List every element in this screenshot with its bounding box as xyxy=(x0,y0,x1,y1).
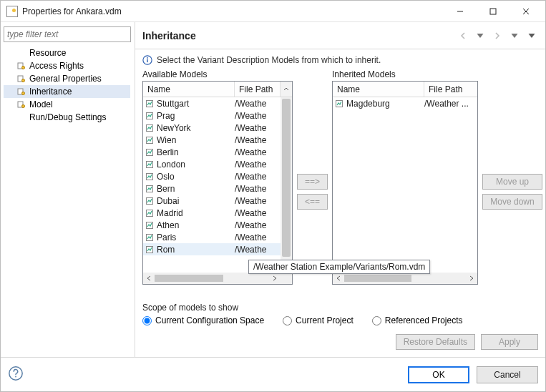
row-path: /Weathe xyxy=(235,99,281,109)
scope-radio-2[interactable]: Referenced Projects xyxy=(372,315,463,325)
model-icon xyxy=(143,197,156,205)
row-name: Stuttgart xyxy=(156,99,235,109)
svg-point-4 xyxy=(22,79,25,82)
row-path: /Weathe xyxy=(235,232,281,242)
table-row[interactable]: Rom/Weathe xyxy=(143,243,281,255)
scope-radio-0[interactable]: Current Configuration Space xyxy=(142,315,264,325)
sidebar-item-resource[interactable]: Resource xyxy=(4,46,130,59)
available-vscroll[interactable] xyxy=(281,97,292,273)
help-button[interactable] xyxy=(8,366,24,383)
model-icon xyxy=(143,209,156,217)
nav-back-button[interactable] xyxy=(457,29,469,42)
model-icon xyxy=(143,185,156,193)
cancel-button[interactable]: Cancel xyxy=(477,366,538,383)
config-icon xyxy=(16,61,26,71)
sidebar: ResourceAccess RightsGeneral PropertiesI… xyxy=(1,22,135,357)
config-icon xyxy=(16,99,26,109)
row-name: Athen xyxy=(156,220,235,230)
ok-button[interactable]: OK xyxy=(408,366,469,383)
hscroll-left-icon[interactable] xyxy=(143,273,155,284)
model-icon xyxy=(143,245,156,254)
table-row[interactable]: Magdeburg/Weather ... xyxy=(333,97,477,109)
sidebar-item-inheritance[interactable]: Inheritance xyxy=(4,85,130,98)
available-header-name[interactable]: Name xyxy=(143,82,235,97)
restore-defaults-button[interactable]: Restore Defaults xyxy=(396,334,475,350)
inherited-title: Inherited Models xyxy=(332,69,478,79)
radio-input[interactable] xyxy=(372,316,381,325)
titlebar: Properties for Ankara.vdm xyxy=(1,1,545,22)
window-icon xyxy=(6,6,18,17)
sidebar-item-general-properties[interactable]: General Properties xyxy=(4,72,130,85)
table-row[interactable]: Wien/Weathe xyxy=(143,134,281,146)
filter-input[interactable] xyxy=(4,26,131,42)
available-header-path[interactable]: File Path xyxy=(235,82,281,97)
table-row[interactable]: Oslo/Weathe xyxy=(143,170,281,182)
table-row[interactable]: Prag/Weathe xyxy=(143,109,281,122)
add-button[interactable]: ==> xyxy=(297,174,328,190)
available-hscroll[interactable] xyxy=(143,273,281,284)
move-down-button[interactable]: Move down xyxy=(482,194,542,210)
row-name: Wien xyxy=(156,135,235,145)
sidebar-item-model[interactable]: Model xyxy=(4,98,130,111)
info-icon xyxy=(142,55,152,65)
remove-button[interactable]: <== xyxy=(297,194,328,210)
inherited-header-name[interactable]: Name xyxy=(333,82,424,97)
radio-label: Current Project xyxy=(296,315,354,325)
sidebar-item-run-debug-settings[interactable]: Run/Debug Settings xyxy=(4,111,130,124)
row-path: /Weathe xyxy=(235,111,281,121)
radio-input[interactable] xyxy=(142,316,152,325)
apply-button[interactable]: Apply xyxy=(481,334,538,350)
table-row[interactable]: Stuttgart/Weathe xyxy=(143,97,281,109)
inherited-list[interactable]: Name File Path Magdeburg/Weather ... xyxy=(332,81,478,285)
table-row[interactable]: Athen/Weathe xyxy=(143,219,281,231)
model-icon xyxy=(143,172,156,181)
move-up-button[interactable]: Move up xyxy=(482,174,542,190)
radio-input[interactable] xyxy=(283,316,292,325)
row-name: Berlin xyxy=(156,147,235,157)
radio-label: Current Configuration Space xyxy=(155,315,264,325)
row-path: /Weather ... xyxy=(424,99,477,109)
hscroll-right-icon[interactable] xyxy=(269,273,281,284)
nav-forward-button[interactable] xyxy=(491,29,504,42)
minimize-button[interactable] xyxy=(444,1,477,21)
row-path: /Weathe xyxy=(235,208,281,218)
category-tree: ResourceAccess RightsGeneral PropertiesI… xyxy=(4,46,130,124)
model-icon xyxy=(143,124,156,132)
properties-dialog: Properties for Ankara.vdm ResourceAccess… xyxy=(0,0,546,392)
inherited-hscroll[interactable] xyxy=(333,273,477,284)
scope-title: Scope of models to show xyxy=(142,303,538,313)
table-row[interactable]: Paris/Weathe xyxy=(143,231,281,243)
sidebar-item-access-rights[interactable]: Access Rights xyxy=(4,59,130,72)
maximize-button[interactable] xyxy=(477,1,510,21)
radio-label: Referenced Projects xyxy=(385,315,463,325)
page-header: Inheritance xyxy=(135,22,545,49)
model-icon xyxy=(143,112,156,120)
table-row[interactable]: Madrid/Weathe xyxy=(143,207,281,219)
svg-point-6 xyxy=(22,92,25,95)
table-row[interactable]: NewYork/Weathe xyxy=(143,122,281,134)
scope-radio-1[interactable]: Current Project xyxy=(283,315,354,325)
svg-rect-11 xyxy=(147,59,147,62)
hscroll-left-icon[interactable] xyxy=(333,273,344,284)
window-title: Properties for Ankara.vdm xyxy=(22,6,444,16)
sidebar-item-label: Model xyxy=(29,99,53,109)
row-path: /Weathe xyxy=(235,184,281,194)
hscroll-right-icon[interactable] xyxy=(466,273,477,284)
table-row[interactable]: London/Weathe xyxy=(143,158,281,170)
nav-back-menu[interactable] xyxy=(474,29,487,42)
sidebar-item-label: Resource xyxy=(29,48,66,58)
inherited-header-path[interactable]: File Path xyxy=(424,82,477,97)
close-button[interactable] xyxy=(510,1,542,21)
row-name: Dubai xyxy=(156,196,235,206)
table-row[interactable]: Dubai/Weathe xyxy=(143,195,281,207)
model-icon xyxy=(143,99,156,108)
row-name: NewYork xyxy=(156,123,235,133)
view-menu[interactable] xyxy=(525,29,538,42)
available-list[interactable]: Name File Path Stuttgart/WeathePrag/Weat… xyxy=(142,81,293,285)
nav-forward-menu[interactable] xyxy=(508,29,521,42)
table-row[interactable]: Berlin/Weathe xyxy=(143,146,281,158)
row-path: /Weathe xyxy=(235,245,281,255)
table-row[interactable]: Bern/Weathe xyxy=(143,182,281,195)
info-text-row: Select the Variant Description Models fr… xyxy=(142,55,538,65)
available-sort-icon[interactable] xyxy=(281,82,292,97)
